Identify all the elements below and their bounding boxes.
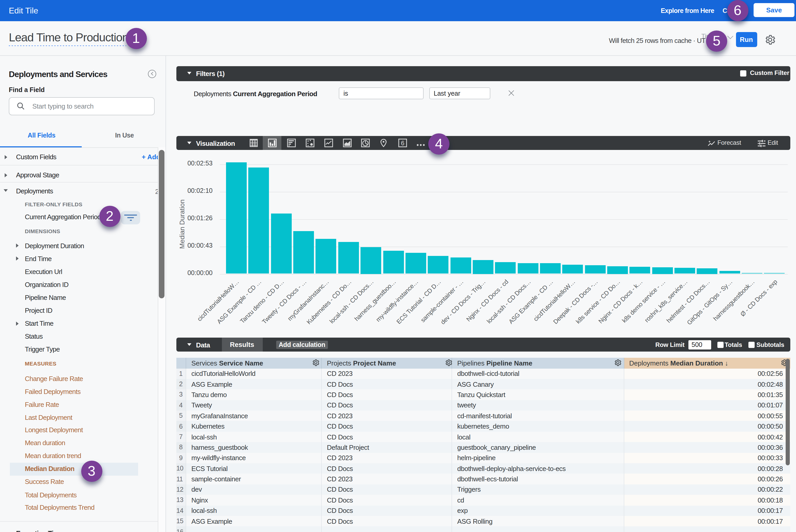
svg-text:6: 6 — [401, 140, 404, 147]
